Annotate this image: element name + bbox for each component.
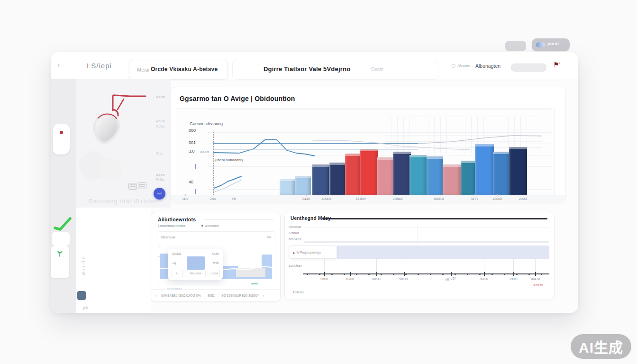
timeline-side-label: souUser [289,264,302,268]
timeline-axis-dot [307,273,308,275]
canvas-side-label: weew [156,173,165,176]
header-meta-label[interactable]: Albunagten [475,63,500,69]
chart-bar[interactable] [443,164,461,195]
timeline-axis [303,273,549,274]
header-toggle-pill[interactable] [511,64,546,72]
chart-bar[interactable] [461,161,476,195]
search-input-secondary[interactable]: Dgirre Tiatlsor Vale 5Vdejrno Ovstn [232,60,438,80]
next-page-button[interactable]: › [263,293,264,298]
canvas-side-label: wawe [156,95,165,98]
chip-mark-icon: ▴ [293,251,295,254]
chart-bar[interactable] [345,154,361,195]
timeline-axis-dot [356,273,357,275]
chart-bar[interactable] [295,176,311,195]
chart-bar[interactable] [280,179,295,195]
timeline-axis-dot [491,273,493,275]
chart-bar[interactable] [410,155,427,195]
x-tick-label: 2003 [519,197,527,201]
red-scribble-diagonal [118,99,124,109]
attrib-subtitle: Oonwtsscutltass [158,224,185,228]
timeline-axis-dot [442,273,444,275]
timeline-axis-dot [541,273,542,275]
gray-strip [304,241,549,243]
notification-flag-icon[interactable]: ⚑• [553,61,560,68]
x-tick [185,194,186,196]
attrib-panel: Ailiutloewrdots Oonwtsscutltass woexuns … [151,212,281,302]
canvas-side-label: M-be [156,178,164,181]
mini-tool-icon[interactable] [128,183,137,190]
timeline-gridline [535,258,536,274]
tooltip-value: M9s [213,261,218,264]
x-tick-label: 00010 [434,197,444,201]
x-tick [523,194,523,196]
search-input-primary[interactable]: Meiai Orcde Vkiasku A-betsve [129,60,228,80]
card-corner-label: Aw [266,235,271,238]
timeline-gridline [451,258,451,274]
timeline-axis-dot [418,273,419,275]
app-title: LS/iepi [87,62,112,70]
canvas-caption: Bacloang /da/ \0+icles [89,198,158,205]
chart-bar[interactable] [475,144,494,195]
prev-page-button[interactable]: ‹ [156,293,157,298]
chart-bar[interactable] [360,149,378,195]
faint-circle [99,158,122,182]
back-button[interactable]: ‹ [57,61,60,69]
x-tick-label: 244 [210,197,216,201]
background-window-tab-active[interactable]: point [532,38,570,51]
rail-card-small[interactable] [52,232,70,246]
bar-top-face [443,164,461,167]
overview-x-axis: 1D7244Y024404000641809285680001031771200… [171,195,565,203]
timeline-tick-label: 00/30 [372,277,381,281]
bar-top-face [345,154,361,156]
attrib-footer: ‹ 60M8AB8J-G6C/0J/0G 0% 9081 9G 30900&/R… [151,289,280,301]
chip-label: W Peqbsabevbqu [297,251,321,254]
chart-bar[interactable] [427,156,443,195]
row-line [305,234,549,234]
timeline-chip[interactable]: ▴W Peqbsabevbqu [289,246,337,259]
timeline-gridline [513,258,514,274]
dashed-marker-line [213,132,214,195]
y-tick: 001 [189,140,196,145]
chart-bar[interactable] [509,147,527,195]
y-minor-tick: | [195,164,196,169]
attrib-legend: woexuns [201,224,219,228]
selection-band[interactable] [337,246,549,259]
mini-tool-icon[interactable] [138,182,146,189]
timeline-gridline [376,258,377,274]
slate-square-swatch[interactable] [77,291,86,300]
timeline-tick [484,272,485,276]
y-side-note: 00005 [200,150,209,154]
chart-bar[interactable] [377,157,394,195]
chart-bar[interactable] [393,152,411,195]
sprout-icon [56,250,64,258]
chart-annotation: (Ibeal ourlodabt) [215,158,243,162]
y-tick: 3.0 [189,149,195,154]
canvas-side-label: Cue [156,152,163,155]
rail-card-tall[interactable] [51,246,69,278]
chart-bar[interactable] [329,163,346,195]
bar-top-face [427,156,443,159]
tab-label: point [547,41,559,46]
title-rule [323,218,547,219]
overview-panel: Ggsarmo tan O Avige | Obidountion Goeuve… [171,87,566,203]
x-tick [213,194,213,196]
canvas-lower-area: ∧ʃı≀ϟØ y⁄a [76,208,151,313]
chart-bar[interactable] [312,164,329,195]
bar-top-face [295,176,311,178]
x-tick [474,194,475,196]
timeline-gridline [350,258,350,274]
attrib-chart-card: Nsaneva Aw 420M1 OUn -2y M9s A.. 748s 20… [157,231,275,286]
search-secondary-hint: Ovstn [371,67,383,72]
red-note: Busass [533,283,543,287]
x-tick [306,194,307,196]
chart-bar[interactable] [493,152,510,195]
timeline-gridline [484,258,484,274]
tooltip-cell: 1 100% [208,270,220,277]
timeline-tick-label: 90/20 [480,277,488,281]
bar-top-face [475,144,494,146]
canvas-area[interactable]: bmd wawewoewOubsCueweewM-be Bacloang /da… [76,79,171,208]
footer-text: 60M8AB8J-G6C/0J/0G 0% [161,294,201,297]
x-tick [439,194,439,196]
x-tick [398,194,398,196]
rail-comment-card[interactable] [53,124,70,155]
